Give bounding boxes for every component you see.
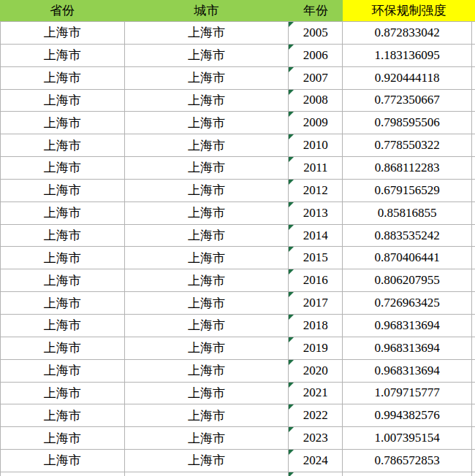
cell-province[interactable]: 上海市 [1,360,125,382]
header-cell-year[interactable]: 年份 [289,0,343,21]
header-cell-city[interactable]: 城市 [124,0,289,21]
cell-year[interactable] [289,472,343,476]
cell-year[interactable]: 2018 [289,315,343,337]
cell-value[interactable] [343,472,472,476]
cell-year[interactable]: 2019 [289,337,343,359]
cell-city[interactable]: 上海市 [125,157,289,179]
cell-value[interactable]: 0.868112283 [343,157,472,179]
right-gutter [472,404,475,426]
cell-value[interactable]: 0.968313694 [343,360,472,382]
cell-year[interactable]: 2010 [289,134,343,156]
cell-year[interactable]: 2005 [289,22,343,44]
cell-value[interactable]: 0.726963425 [343,292,472,314]
cell-value[interactable]: 0.883535242 [343,225,472,247]
cell-value[interactable]: 0.778550322 [343,134,472,156]
error-indicator-icon [289,450,294,455]
error-indicator-icon [289,157,294,162]
cell-value[interactable]: 0.870406441 [343,247,472,269]
cell-value[interactable]: 1.183136095 [343,45,472,66]
cell-city[interactable]: 上海市 [125,180,289,201]
cell-city[interactable]: 上海市 [125,45,289,66]
header-cell-province[interactable]: 省份 [0,0,124,21]
cell-province[interactable]: 上海市 [1,157,125,179]
cell-province[interactable]: 上海市 [1,269,125,291]
cell-year[interactable]: 2021 [289,383,343,404]
cell-province[interactable] [1,472,125,476]
cell-city[interactable]: 上海市 [125,360,289,382]
cell-year[interactable]: 2020 [289,360,343,382]
cell-city[interactable]: 上海市 [125,427,289,449]
cell-province[interactable]: 上海市 [1,247,125,269]
cell-province[interactable]: 上海市 [1,337,125,359]
cell-value[interactable]: 0.968313694 [343,337,472,359]
cell-value[interactable]: 0.85816855 [343,202,472,224]
cell-value[interactable]: 1.007395154 [343,427,472,449]
cell-year[interactable]: 2006 [289,45,343,66]
cell-province[interactable]: 上海市 [1,315,125,337]
cell-province[interactable]: 上海市 [1,427,125,449]
cell-city[interactable]: 上海市 [125,337,289,359]
cell-year[interactable]: 2023 [289,427,343,449]
cell-province[interactable]: 上海市 [1,90,125,112]
cell-value[interactable]: 0.772350667 [343,90,472,112]
cell-city[interactable]: 上海市 [125,134,289,156]
cell-year[interactable]: 2013 [289,202,343,224]
cell-province[interactable]: 上海市 [1,180,125,201]
cell-year[interactable]: 2007 [289,67,343,89]
cell-value[interactable]: 0.968313694 [343,315,472,337]
cell-value[interactable]: 0.679156529 [343,180,472,201]
cell-year[interactable]: 2017 [289,292,343,314]
cell-value[interactable]: 1.079715777 [343,383,472,404]
cell-year[interactable]: 2022 [289,404,343,426]
cell-province[interactable]: 上海市 [1,383,125,404]
spreadsheet-table: 省份 城市 年份 环保规制强度 上海市 上海市 2005 0.872833042… [0,0,475,476]
cell-value[interactable]: 0.994382576 [343,404,472,426]
cell-province[interactable]: 上海市 [1,112,125,134]
cell-province[interactable]: 上海市 [1,45,125,66]
header-cell-regulation-intensity[interactable]: 环保规制强度 [343,0,475,21]
cell-city[interactable]: 上海市 [125,269,289,291]
cell-value[interactable]: 0.806207955 [343,269,472,291]
cell-city[interactable]: 上海市 [125,22,289,44]
cell-year[interactable]: 2011 [289,157,343,179]
cell-province[interactable]: 上海市 [1,292,125,314]
table-row: 上海市 上海市 2019 0.968313694 [0,337,475,360]
cell-year[interactable]: 2012 [289,180,343,201]
cell-city[interactable]: 上海市 [125,247,289,269]
table-row: 上海市 上海市 2012 0.679156529 [0,180,475,202]
table-row: 上海市 上海市 2022 0.994382576 [0,404,475,427]
cell-city[interactable]: 上海市 [125,202,289,224]
cell-province[interactable]: 上海市 [1,67,125,89]
cell-year[interactable]: 2014 [289,225,343,247]
error-indicator-icon [289,427,294,432]
cell-province[interactable]: 上海市 [1,225,125,247]
cell-city[interactable]: 上海市 [125,67,289,89]
cell-province[interactable]: 上海市 [1,134,125,156]
right-gutter [472,180,475,201]
cell-city[interactable]: 上海市 [125,292,289,314]
cell-city[interactable]: 上海市 [125,112,289,134]
table-row-partial [0,472,475,476]
cell-province[interactable]: 上海市 [1,450,125,472]
cell-city[interactable]: 上海市 [125,404,289,426]
cell-value[interactable]: 0.786572853 [343,450,472,472]
cell-province[interactable]: 上海市 [1,22,125,44]
cell-province[interactable]: 上海市 [1,202,125,224]
cell-year[interactable]: 2015 [289,247,343,269]
cell-city[interactable]: 上海市 [125,315,289,337]
cell-year[interactable]: 2008 [289,90,343,112]
cell-city[interactable]: 上海市 [125,90,289,112]
cell-value[interactable]: 0.872833042 [343,22,472,44]
cell-value[interactable]: 0.920444118 [343,67,472,89]
right-gutter [472,427,475,449]
cell-province[interactable]: 上海市 [1,404,125,426]
cell-year[interactable]: 2016 [289,269,343,291]
cell-city[interactable]: 上海市 [125,383,289,404]
cell-year[interactable]: 2009 [289,112,343,134]
right-gutter [472,90,475,112]
cell-city[interactable]: 上海市 [125,450,289,472]
cell-city[interactable]: 上海市 [125,225,289,247]
cell-city[interactable] [125,472,289,476]
cell-value[interactable]: 0.798595506 [343,112,472,134]
cell-year[interactable]: 2024 [289,450,343,472]
